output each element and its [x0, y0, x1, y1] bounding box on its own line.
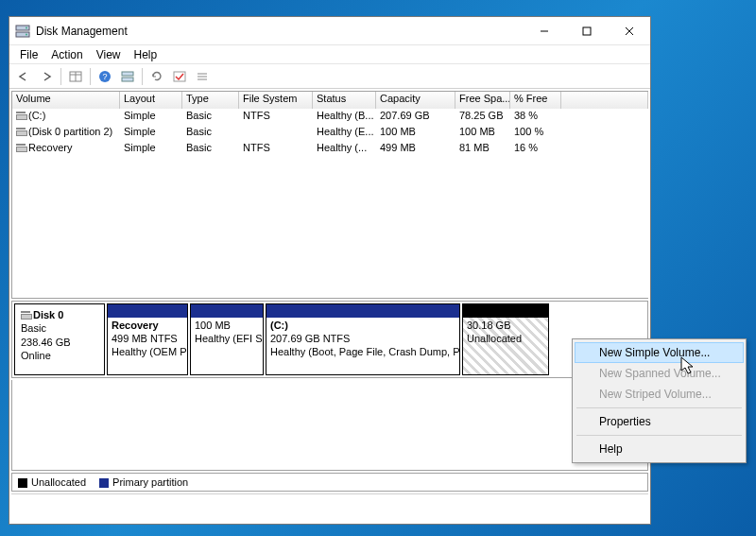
- menu-help[interactable]: Help: [128, 45, 164, 63]
- menubar: File Action View Help: [9, 45, 650, 64]
- partition[interactable]: (C:)207.69 GB NTFSHealthy (Boot, Page Fi…: [266, 303, 460, 375]
- svg-rect-15: [174, 72, 185, 81]
- disk-info[interactable]: Disk 0 Basic 238.46 GB Online: [14, 303, 105, 375]
- disk-map: Disk 0 Basic 238.46 GB Online Recovery49…: [11, 301, 648, 378]
- menu-view[interactable]: View: [90, 45, 128, 63]
- partition[interactable]: Recovery499 MB NTFSHealthy (OEM Partit: [107, 303, 188, 375]
- volume-row[interactable]: (Disk 0 partition 2)SimpleBasicHealthy (…: [12, 125, 648, 141]
- menu-file[interactable]: File: [13, 45, 44, 63]
- col-capacity[interactable]: Capacity: [376, 92, 455, 109]
- legend-swatch-unallocated: [18, 478, 27, 488]
- svg-rect-13: [122, 72, 133, 76]
- legend-swatch-primary: [99, 478, 109, 488]
- partition[interactable]: 100 MBHealthy (EFI S: [190, 303, 264, 375]
- partition-unallocated[interactable]: 30.18 GBUnallocated: [462, 303, 549, 375]
- svg-text:?: ?: [102, 72, 107, 81]
- svg-point-2: [26, 26, 27, 28]
- statusbar: [11, 493, 648, 507]
- context-menu-item: New Spanned Volume...: [575, 363, 744, 384]
- maximize-button[interactable]: [565, 17, 608, 44]
- minimize-button[interactable]: [523, 17, 565, 44]
- volume-row[interactable]: (C:)SimpleBasicNTFSHealthy (B...207.69 G…: [12, 109, 648, 125]
- disk-name: Disk 0: [33, 309, 63, 320]
- context-menu-item[interactable]: Properties: [575, 411, 744, 432]
- disk-management-window: Disk Management File Action View Help ? …: [9, 16, 651, 525]
- svg-rect-5: [583, 27, 591, 35]
- empty-disk-area: [11, 380, 648, 471]
- disk-icon: [21, 311, 30, 318]
- check-icon[interactable]: [169, 66, 190, 87]
- app-icon: [15, 24, 30, 39]
- svg-point-3: [26, 33, 27, 35]
- toolbar-layout-icon[interactable]: [117, 66, 138, 87]
- col-layout[interactable]: Layout: [120, 92, 182, 109]
- context-menu-item[interactable]: Help: [575, 439, 744, 459]
- col-pctfree[interactable]: % Free: [510, 92, 561, 109]
- context-menu-item: New Striped Volume...: [575, 384, 744, 405]
- col-filesystem[interactable]: File System: [239, 92, 313, 109]
- toolbar-grid-icon[interactable]: [65, 66, 86, 87]
- window-title: Disk Management: [36, 25, 523, 38]
- context-menu-item[interactable]: New Simple Volume...: [575, 342, 744, 363]
- close-button[interactable]: [608, 17, 650, 44]
- legend-primary: Primary partition: [112, 476, 188, 488]
- svg-rect-14: [122, 78, 133, 81]
- refresh-icon[interactable]: [146, 66, 167, 87]
- disk-type: Basic: [21, 322, 46, 334]
- back-button[interactable]: [13, 66, 34, 87]
- disk-size: 238.46 GB: [21, 337, 71, 348]
- context-menu: New Simple Volume...New Spanned Volume..…: [572, 338, 747, 463]
- titlebar[interactable]: Disk Management: [9, 17, 650, 45]
- help-icon[interactable]: ?: [94, 66, 115, 87]
- disk-status: Online: [21, 350, 51, 361]
- volume-grid: Volume Layout Type File System Status Ca…: [11, 91, 648, 299]
- col-type[interactable]: Type: [182, 92, 239, 109]
- toolbar: ?: [9, 64, 650, 89]
- list-icon[interactable]: [192, 66, 213, 87]
- forward-button[interactable]: [36, 66, 57, 87]
- legend: Unallocated Primary partition: [11, 473, 648, 492]
- col-volume[interactable]: Volume: [12, 92, 120, 109]
- col-status[interactable]: Status: [313, 92, 376, 109]
- col-freespace[interactable]: Free Spa...: [455, 92, 510, 109]
- col-filler: [561, 92, 648, 109]
- volume-row[interactable]: RecoverySimpleBasicNTFSHealthy (...499 M…: [12, 141, 648, 157]
- legend-unallocated: Unallocated: [31, 476, 86, 488]
- grid-header: Volume Layout Type File System Status Ca…: [12, 92, 648, 109]
- menu-action[interactable]: Action: [44, 45, 89, 63]
